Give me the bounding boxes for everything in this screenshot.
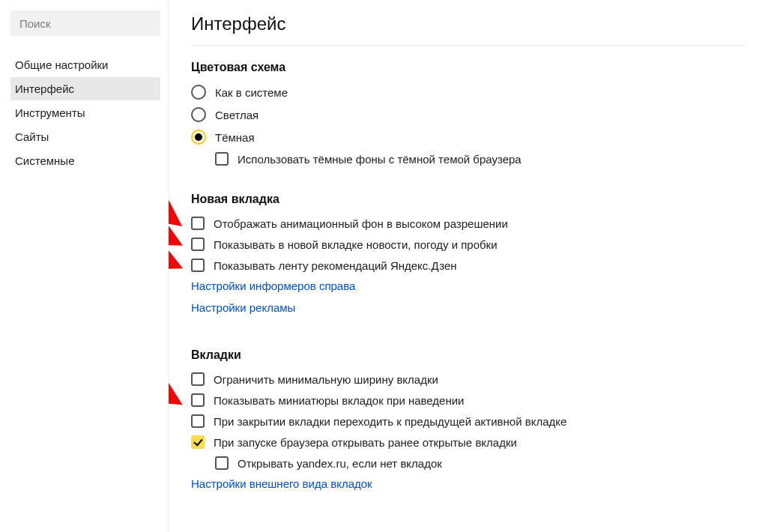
checkbox-icon[interactable] xyxy=(215,456,229,470)
checkbox-label: Ограничить минимальную ширину вкладки xyxy=(214,373,438,386)
checkbox-icon[interactable] xyxy=(191,372,205,386)
radio-row-dark[interactable]: Тёмная xyxy=(191,130,768,145)
radio-row-system[interactable]: Как в системе xyxy=(191,85,768,100)
section-color-scheme: Цветовая схема Как в системе Светлая Тём… xyxy=(191,61,768,166)
checkbox-icon[interactable] xyxy=(215,152,229,166)
annotation-arrow-icon xyxy=(169,192,184,229)
section-title-tabs: Вкладки xyxy=(191,348,768,362)
search-input[interactable] xyxy=(10,10,160,36)
checkbox-row-anim-bg[interactable]: Отображать анимационный фон в высоком ра… xyxy=(191,217,768,230)
checkbox-icon[interactable] xyxy=(191,393,205,407)
annotation-arrow-icon xyxy=(169,220,184,250)
section-title-color-scheme: Цветовая схема xyxy=(191,61,768,74)
radio-label: Светлая xyxy=(215,109,258,121)
radio-icon[interactable] xyxy=(191,107,206,122)
checkbox-label: Показывать ленту рекомендаций Яндекс.Дзе… xyxy=(214,259,457,272)
checkbox-label: Использовать тёмные фоны с тёмной темой … xyxy=(238,153,521,166)
checkbox-label: Открывать yandex.ru, если нет вкладок xyxy=(238,457,442,470)
checkbox-label: Показывать миниатюры вкладок при наведен… xyxy=(214,394,465,407)
link-tabs-appearance[interactable]: Настройки внешнего вида вкладок xyxy=(191,477,372,490)
checkbox-icon[interactable] xyxy=(191,217,205,230)
radio-icon[interactable] xyxy=(191,130,206,145)
divider xyxy=(191,45,746,46)
link-informers-settings[interactable]: Настройки информеров справа xyxy=(191,279,355,292)
checkbox-icon[interactable] xyxy=(191,414,205,428)
page-title: Интерфейс xyxy=(191,13,768,34)
checkbox-icon[interactable] xyxy=(191,259,205,272)
section-title-new-tab: Новая вкладка xyxy=(191,193,768,206)
link-ads-settings[interactable]: Настройки рекламы xyxy=(191,301,295,314)
checkbox-icon[interactable] xyxy=(191,238,205,251)
radio-label: Тёмная xyxy=(215,131,255,144)
checkbox-label: Отображать анимационный фон в высоком ра… xyxy=(214,217,508,230)
checkbox-row-dark-backgrounds[interactable]: Использовать тёмные фоны с тёмной темой … xyxy=(215,152,768,166)
sidebar-item-interface[interactable]: Интерфейс xyxy=(10,77,160,100)
sidebar-item-tools[interactable]: Инструменты xyxy=(10,101,160,124)
checkbox-row-prev-active[interactable]: При закрытии вкладки переходить к предыд… xyxy=(191,414,768,428)
checkbox-label: При запуске браузера открывать ранее отк… xyxy=(214,436,517,449)
settings-main: Интерфейс Цветовая схема Как в системе С… xyxy=(169,0,768,532)
checkbox-label: Показывать в новой вкладке новости, пого… xyxy=(214,238,498,251)
checkbox-row-open-yandex[interactable]: Открывать yandex.ru, если нет вкладок xyxy=(215,456,768,470)
sidebar-item-system[interactable]: Системные xyxy=(10,149,160,172)
checkbox-row-min-width[interactable]: Ограничить минимальную ширину вкладки xyxy=(191,372,768,386)
sidebar-item-sites[interactable]: Сайты xyxy=(10,125,160,148)
radio-icon[interactable] xyxy=(191,85,206,100)
sidebar-item-general[interactable]: Общие настройки xyxy=(10,53,160,76)
checkbox-label: При закрытии вкладки переходить к предыд… xyxy=(214,415,566,428)
annotation-arrow-icon xyxy=(169,367,184,408)
radio-label: Как в системе xyxy=(215,86,288,99)
checkbox-row-thumbnails[interactable]: Показывать миниатюры вкладок при наведен… xyxy=(191,393,768,407)
settings-sidebar: Общие настройки Интерфейс Инструменты Са… xyxy=(0,0,169,532)
annotation-arrow-icon xyxy=(169,244,184,273)
section-tabs: Вкладки Ограничить минимальную ширину вк… xyxy=(191,348,768,498)
checkbox-row-show-zen[interactable]: Показывать ленту рекомендаций Яндекс.Дзе… xyxy=(191,259,768,272)
radio-row-light[interactable]: Светлая xyxy=(191,107,768,122)
checkbox-row-open-previous[interactable]: При запуске браузера открывать ранее отк… xyxy=(191,435,768,449)
checkbox-icon[interactable] xyxy=(191,435,205,449)
checkbox-row-show-news[interactable]: Показывать в новой вкладке новости, пого… xyxy=(191,238,768,251)
section-new-tab: Новая вкладка Отображать анимационный фо… xyxy=(191,193,768,321)
